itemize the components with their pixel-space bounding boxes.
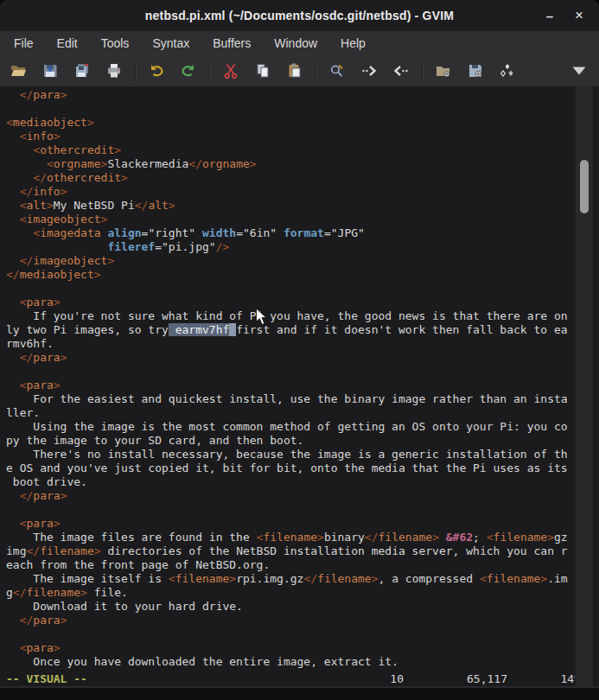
code-line: </info> [6,185,577,199]
code-line: py the image to your SD card, and then b… [6,434,577,448]
menu-item-syntax[interactable]: Syntax [143,33,198,54]
gvim-window: netbsd.pi.xml (~/Documents/osdc.git/netb… [0,0,599,700]
toolbar-separator [135,60,136,81]
vertical-scrollbar[interactable] [575,86,593,688]
code-line: The image itself is <filename>rpi.img.gz… [6,572,577,586]
code-line [6,102,577,116]
menu-item-edit[interactable]: Edit [48,33,86,54]
toolbar-separator [315,60,316,81]
code-line: <para> [6,296,577,309]
find-replace-icon [328,62,346,80]
minimize-button[interactable]: – [535,0,564,31]
code-line: The image files are found in the <filena… [6,531,577,544]
copy-icon [254,62,271,80]
menu-item-buffers[interactable]: Buffers [204,33,259,54]
titlebar[interactable]: netbsd.pi.xml (~/Documents/osdc.git/netb… [0,0,599,32]
text-editor-area[interactable]: </para> <mediaobject> <info> <othercredi… [0,86,599,688]
menubar: FileEditToolsSyntaxBuffersWindowHelp [0,31,599,55]
code-line: e OS and you've just copied it, bit for … [6,461,577,475]
code-line: ller. [6,406,577,420]
code-line: </othercredit> [6,171,577,185]
save-all-button[interactable] [69,58,95,84]
code-line: boot drive. [6,475,577,489]
menu-item-window[interactable]: Window [265,33,326,54]
menu-item-help[interactable]: Help [332,33,374,54]
code-line: <info> [6,130,577,143]
code-line: There's no install necessary, because th… [6,448,577,461]
scrollbar-thumb[interactable] [580,160,589,213]
close-button[interactable]: × [564,0,594,31]
code-line: </para> [6,351,577,365]
load-session-button[interactable] [430,58,456,84]
code-line: g</filename> file. [6,586,577,600]
redo-button[interactable] [175,58,201,84]
print-button[interactable] [101,58,127,84]
run-script-button[interactable] [494,58,520,84]
code-line: rmv6hf. [6,337,577,351]
code-line: If you're not sure what kind of Pi you h… [6,309,577,323]
code-line: ly two Pi images, so try earmv7hf first … [6,323,577,337]
paste-icon [286,62,303,80]
window-title: netbsd.pi.xml (~/Documents/osdc.git/netb… [145,9,454,22]
save-all-icon [73,62,91,80]
code-line: <imageobject> [6,213,577,226]
open-file-icon [10,62,27,80]
code-line: <para> [6,641,577,655]
find-prev-icon [392,62,410,80]
status-line: -- VISUAL -- 10 65,117 14% [6,672,599,686]
toolbar-overflow-button[interactable] [566,58,592,84]
mouse-pointer-icon [255,308,269,330]
copy-button[interactable] [250,58,276,84]
code-line: <othercredit> [6,143,577,157]
undo-button[interactable] [143,58,169,84]
find-prev-button[interactable] [388,58,414,84]
code-line: Once you have downloaded the entire imag… [6,655,577,669]
code-line: Using the image is the most common metho… [6,420,577,434]
menu-item-tools[interactable]: Tools [92,33,138,54]
save-file-icon [41,62,59,80]
code-line: <mediaobject> [6,116,577,130]
save-session-icon [467,62,484,80]
code-line: fileref="pi.jpg"/> [6,240,577,254]
toolbar-separator [209,60,210,81]
toolbar-separator [422,60,423,81]
find-next-icon [360,62,378,80]
code-line: </para> [6,489,577,503]
code-line [6,503,577,517]
save-button[interactable] [37,58,63,84]
code-line: <alt>My NetBSD Pi</alt> [6,199,577,213]
open-button[interactable] [5,58,31,84]
cut-button[interactable] [218,58,244,84]
code-line: <para> [6,517,577,531]
window-bottom-edge [0,686,599,700]
menu-item-file[interactable]: File [5,33,42,54]
minimize-icon: – [546,9,553,23]
code-line: </mediaobject> [6,268,577,282]
cursor-position: 65,117 [457,672,507,686]
code-line: </para> [6,614,577,627]
code-line: each from the front page of NetBSD.org. [6,558,577,572]
code-line: </para> [6,88,577,102]
code-line [6,365,577,379]
code-content: </para> <mediaobject> <info> <othercredi… [6,88,577,669]
load-session-icon [435,62,452,80]
code-line: <orgname>Slackermedia</orgname> [6,157,577,171]
paste-button[interactable] [282,58,308,84]
undo-icon [148,62,165,80]
visual-selection: earmv7hf [169,323,229,336]
cut-icon [222,62,239,80]
chevron-down-icon [566,58,592,84]
toolbar [0,55,599,87]
code-line: <imagedata align="right" width="6in" for… [6,226,577,240]
run-script-icon [499,62,516,80]
print-icon [105,62,123,80]
code-line: Download it to your hard drive. [6,600,577,614]
code-line [6,627,577,641]
find-replace-button[interactable] [324,58,350,84]
code-line: img</filename> directories of the NetBSD… [6,544,577,558]
find-next-button[interactable] [356,58,382,84]
showcmd-count: 10 [378,672,404,686]
save-session-button[interactable] [462,58,488,84]
mode-indicator: -- VISUAL -- [6,672,87,685]
code-line [6,282,577,296]
